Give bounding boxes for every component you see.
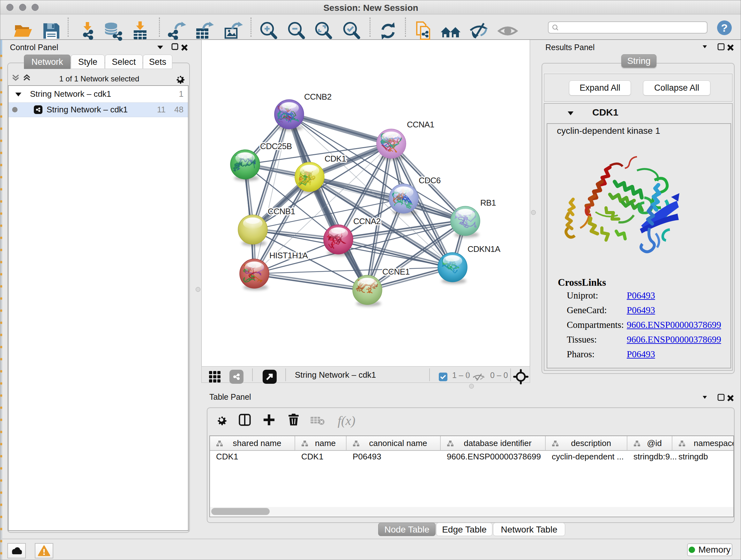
svg-text:CDK1: CDK1	[325, 154, 346, 164]
svg-text:CDKN1A: CDKN1A	[468, 244, 501, 254]
svg-text:CCNA2: CCNA2	[353, 216, 381, 226]
svg-text:CCNE1: CCNE1	[382, 267, 410, 276]
svg-text:CCNB1: CCNB1	[268, 206, 295, 216]
svg-text:CCNB2: CCNB2	[304, 92, 332, 102]
svg-text:CDC6: CDC6	[419, 176, 441, 185]
svg-text:HIST1H1A: HIST1H1A	[269, 251, 308, 260]
svg-text:RB1: RB1	[480, 198, 496, 207]
svg-text:CDC25B: CDC25B	[260, 141, 292, 151]
svg-text:CCNA1: CCNA1	[407, 120, 434, 129]
